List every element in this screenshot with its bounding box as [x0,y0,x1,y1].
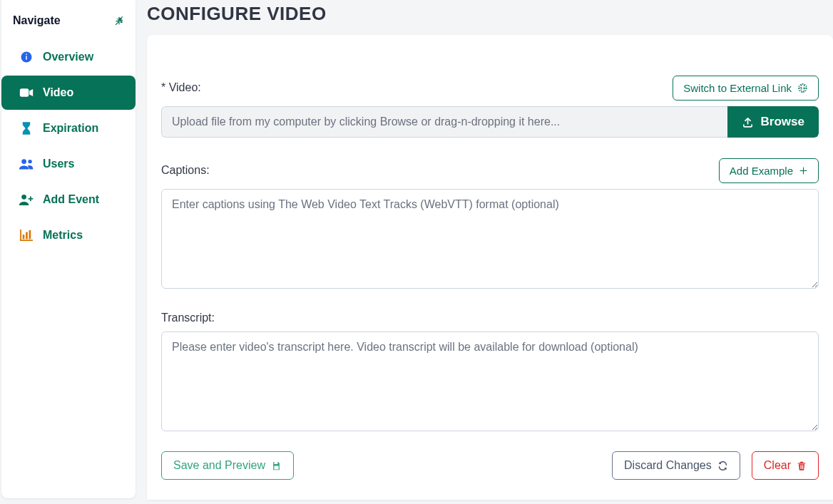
svg-rect-2 [26,54,27,56]
plus-icon [799,166,808,175]
upload-row: Upload file from my computer by clicking… [161,106,819,138]
transcript-label: Transcript: [161,312,215,324]
sidebar-item-label: Video [43,86,73,99]
transcript-field: Transcript: [161,312,819,434]
svg-rect-11 [23,235,25,239]
add-example-label: Add Example [730,165,793,177]
clear-button[interactable]: Clear [752,451,819,480]
discard-changes-button[interactable]: Discard Changes [612,451,740,480]
sidebar-item-label: Add Event [43,193,99,206]
user-plus-icon [19,194,34,206]
svg-point-5 [28,160,31,163]
collapse-icon[interactable] [114,16,124,26]
video-camera-icon [19,87,34,98]
sidebar-item-expiration[interactable]: Expiration [1,111,136,145]
video-field: * Video: Switch to External Link Upload … [161,75,819,138]
svg-rect-18 [274,466,278,469]
svg-point-6 [21,194,26,199]
actions-row: Save and Preview Discard Changes Clear [161,451,819,480]
hourglass-icon [19,122,34,135]
captions-field: Captions: Add Example [161,158,819,292]
sidebar-item-metrics[interactable]: Metrics [1,218,136,252]
users-icon [19,158,34,170]
sidebar-nav: Overview Video Expiration Users [1,40,136,254]
svg-rect-9 [20,230,21,241]
add-example-button[interactable]: Add Example [719,158,819,183]
svg-rect-17 [274,461,277,463]
captions-label: Captions: [161,164,210,177]
browse-label: Browse [761,115,804,129]
bar-chart-icon [19,230,34,241]
info-circle-icon [19,51,34,63]
svg-point-4 [21,159,26,164]
browse-button[interactable]: Browse [727,106,819,138]
save-preview-button[interactable]: Save and Preview [161,451,294,480]
svg-rect-12 [26,232,28,240]
video-label: * Video: [161,81,201,94]
refresh-icon [717,461,728,471]
clear-label: Clear [764,459,791,472]
sidebar-item-video[interactable]: Video [1,76,136,110]
sidebar-item-overview[interactable]: Overview [1,40,136,74]
svg-rect-3 [20,88,29,97]
transcript-textarea[interactable] [161,331,819,431]
config-card: * Video: Switch to External Link Upload … [147,35,833,500]
save-icon [271,461,282,471]
save-preview-label: Save and Preview [173,459,265,472]
upload-dropzone[interactable]: Upload file from my computer by clicking… [161,106,727,138]
sidebar-item-label: Metrics [43,229,83,242]
globe-icon [797,83,808,93]
discard-changes-label: Discard Changes [624,459,712,472]
svg-rect-19 [800,465,801,469]
sidebar-item-label: Expiration [43,122,98,135]
sidebar-title: Navigate [13,14,61,27]
main: CONFIGURE VIDEO * Video: Switch to Exter… [147,0,833,500]
svg-rect-13 [29,230,31,239]
sidebar: Navigate Overview Video [1,0,136,498]
sidebar-item-label: Overview [43,51,93,63]
svg-rect-21 [802,465,803,469]
switch-external-link-button[interactable]: Switch to External Link [673,76,819,101]
sidebar-item-label: Users [43,158,74,170]
captions-textarea[interactable] [161,189,819,289]
upload-icon [742,116,754,128]
sidebar-item-users[interactable]: Users [1,147,136,181]
switch-external-link-label: Switch to External Link [683,82,792,94]
svg-rect-1 [26,56,27,60]
svg-rect-8 [29,197,34,199]
sidebar-item-add-event[interactable]: Add Event [1,182,136,217]
page-title: CONFIGURE VIDEO [147,3,833,25]
trash-icon [797,461,807,471]
svg-rect-10 [20,240,33,241]
svg-rect-20 [802,465,802,469]
